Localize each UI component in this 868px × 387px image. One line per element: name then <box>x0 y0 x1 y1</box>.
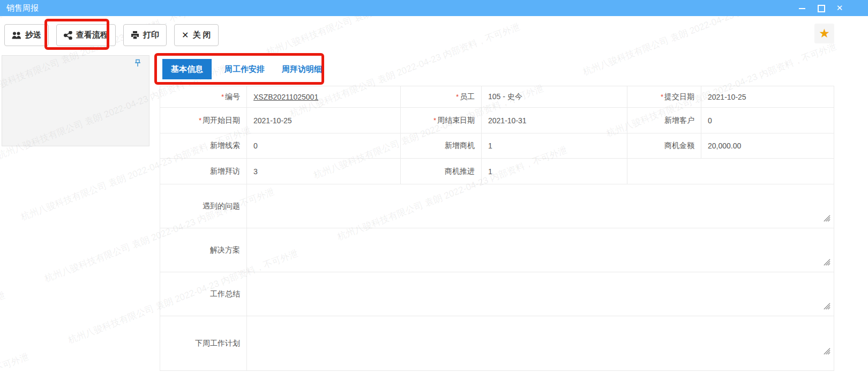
field-label: 新增拜访 <box>160 159 247 184</box>
field-value-员工: 105 - 史今 <box>482 86 627 108</box>
field-label: *员工 <box>401 86 482 108</box>
record-number-link[interactable]: XSZB20211025001 <box>253 93 318 101</box>
window-controls: ✕ <box>798 0 843 16</box>
print-button[interactable]: 打印 <box>123 24 167 46</box>
field-label: 新增线索 <box>160 133 247 159</box>
toolbar: 抄送 查看流程 <box>4 24 219 46</box>
field-value-周结束日期: 2021-10-31 <box>482 108 627 133</box>
watermark-text: 杭州八骏科技有限公司 袁朗 2022-04-23 内部资料，不可外泄 <box>581 16 814 78</box>
cc-button-label: 抄送 <box>25 30 41 40</box>
watermark-text: 杭州八骏科技有限公司 袁朗 2022-04-23 内部资料，不可外泄 <box>557 16 791 17</box>
field-label: 商机金额 <box>627 133 701 159</box>
textarea-工作总结[interactable] <box>247 272 834 316</box>
print-button-label: 打印 <box>143 30 159 40</box>
textarea-遇到的问题[interactable] <box>247 184 834 228</box>
textarea-resize-grip[interactable] <box>822 302 830 311</box>
textarea-resize-grip[interactable] <box>822 258 830 267</box>
close-button-label: 关 闭 <box>192 30 211 40</box>
field-label: 工作总结 <box>160 272 247 316</box>
form-textarea-row: 下周工作计划 <box>160 316 834 371</box>
field-label: *周结束日期 <box>401 108 482 133</box>
form-textarea-row: 解决方案 <box>160 228 834 272</box>
required-asterisk: * <box>456 93 459 101</box>
approval-panel <box>2 55 149 146</box>
form-row: *编号XSZB20211025001*员工105 - 史今*提交日期2021-1… <box>160 86 834 108</box>
minimize-icon[interactable] <box>798 4 806 12</box>
x-icon: ✕ <box>182 30 189 40</box>
form-table: *编号XSZB20211025001*员工105 - 史今*提交日期2021-1… <box>160 86 834 371</box>
tab-周拜访明细[interactable]: 周拜访明细 <box>278 59 326 79</box>
tab-周工作安排[interactable]: 周工作安排 <box>220 59 269 79</box>
form-table-body: *编号XSZB20211025001*员工105 - 史今*提交日期2021-1… <box>160 86 834 371</box>
field-label: 遇到的问题 <box>160 184 247 228</box>
form-row: 新增拜访3商机推进1 <box>160 159 834 184</box>
required-asterisk: * <box>221 93 224 101</box>
field-value-商机推进: 1 <box>482 159 627 184</box>
required-asterisk: * <box>661 93 663 101</box>
field-value-商机金额: 20,000.00 <box>701 133 834 159</box>
field-label: 解决方案 <box>160 228 247 272</box>
form-row: 新增线索0新增商机1商机金额20,000.00 <box>160 133 834 159</box>
field-value-周开始日期: 2021-10-25 <box>247 108 401 133</box>
maximize-icon[interactable] <box>817 4 825 12</box>
field-value-新增客户: 0 <box>701 108 834 133</box>
field-label: 新增客户 <box>627 108 701 133</box>
form-textarea-row: 工作总结 <box>160 272 834 316</box>
pushpin-icon[interactable] <box>133 58 143 70</box>
field-label: *编号 <box>160 86 247 108</box>
textarea-resize-grip[interactable] <box>822 214 830 224</box>
textarea-resize-grip[interactable] <box>822 347 830 356</box>
field-label: 商机推进 <box>401 159 482 184</box>
watermark-text: 杭州八骏科技有限公司 袁朗 2022-04-23 内部资料，不可外泄 <box>265 16 498 58</box>
field-value-新增商机: 1 <box>482 133 627 159</box>
cc-button[interactable]: 抄送 <box>4 24 49 46</box>
textarea-下周工作计划[interactable] <box>247 316 834 371</box>
field-value-新增线索: 0 <box>247 133 401 159</box>
field-value-提交日期: 2021-10-25 <box>701 86 834 108</box>
required-asterisk: * <box>433 116 436 124</box>
window-title: 销售周报 <box>6 0 39 16</box>
titlebar: 销售周报 ✕ <box>0 0 868 16</box>
form-textarea-row: 遇到的问题 <box>160 184 834 228</box>
empty-cell <box>627 159 834 184</box>
field-value-编号: XSZB20211025001 <box>247 86 401 108</box>
favorite-button[interactable]: ★ <box>814 24 834 43</box>
view-flow-button-label: 查看流程 <box>76 30 108 40</box>
field-label: 下周工作计划 <box>160 316 247 371</box>
field-label: *周开始日期 <box>160 108 247 133</box>
textarea-解决方案[interactable] <box>247 228 834 272</box>
view-flow-button[interactable]: 查看流程 <box>56 24 116 46</box>
tabs: 基本信息周工作安排周拜访明细 <box>162 59 326 79</box>
sales-weekly-report-window: 杭州八骏科技有限公司 袁朗 2022-04-23 内部资料，不可外泄杭州八骏科技… <box>0 0 868 387</box>
form-row: *周开始日期2021-10-25*周结束日期2021-10-31新增客户0 <box>160 108 834 133</box>
two-people-icon <box>12 31 21 40</box>
field-label: *提交日期 <box>627 86 701 108</box>
field-label: 新增商机 <box>401 133 482 159</box>
star-icon: ★ <box>819 26 830 41</box>
tab-基本信息[interactable]: 基本信息 <box>162 59 212 79</box>
required-asterisk: * <box>199 116 201 124</box>
watermark-text: 杭州八骏科技有限公司 袁朗 2022-04-23 内部资料，不可外泄 <box>0 351 31 387</box>
close-button[interactable]: ✕ 关 闭 <box>174 24 219 46</box>
field-value-新增拜访: 3 <box>247 159 401 184</box>
printer-icon <box>131 31 139 39</box>
share-icon <box>64 31 72 40</box>
close-icon[interactable]: ✕ <box>836 4 843 12</box>
watermark-text: 杭州八骏科技有限公司 袁朗 2022-04-23 内部资料，不可外泄 <box>0 289 7 387</box>
